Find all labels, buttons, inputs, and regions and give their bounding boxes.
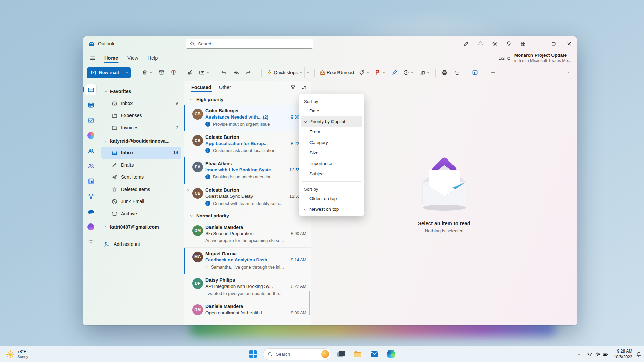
message-list-header: FocusedOther bbox=[184, 81, 311, 94]
close-button[interactable] bbox=[561, 36, 577, 51]
sort-option-oldest-on-top[interactable]: Oldest on top bbox=[301, 193, 362, 204]
todo-rail-button[interactable] bbox=[85, 115, 96, 126]
loop-rail-button[interactable] bbox=[85, 221, 96, 232]
folder-junk-email[interactable]: Junk Email bbox=[101, 195, 181, 208]
calendar-rail-button[interactable] bbox=[85, 100, 96, 110]
scrollbar-thumb[interactable] bbox=[309, 291, 310, 315]
report-shield-button[interactable] bbox=[168, 67, 183, 78]
check-icon bbox=[302, 207, 309, 211]
more-apps-rail-button[interactable] bbox=[85, 237, 96, 248]
taskbar-search[interactable]: Search bbox=[263, 348, 331, 360]
maximize-button[interactable] bbox=[546, 36, 561, 51]
group-header-high-priority[interactable]: High priority bbox=[184, 94, 311, 105]
email-sender: Celeste Burton bbox=[205, 134, 239, 140]
weather-temp: 78°F bbox=[17, 349, 28, 355]
email-row-miguel-garcia[interactable]: MGMiguel GarciaFeedback on Analytics Das… bbox=[184, 248, 311, 274]
copilot-rail-button[interactable] bbox=[85, 130, 96, 141]
folder-expenses[interactable]: Expenses bbox=[101, 109, 181, 122]
move-folder-button[interactable] bbox=[197, 67, 212, 78]
new-mail-button[interactable]: New mail bbox=[87, 67, 131, 78]
add-account-button[interactable]: Add account bbox=[101, 238, 181, 250]
tray-expand-chevron-icon[interactable] bbox=[576, 352, 582, 357]
trash-button[interactable] bbox=[140, 67, 155, 78]
outlook-taskbar-button[interactable] bbox=[368, 347, 381, 361]
meeting-reminder[interactable]: 1/2 Monarch Project Update in 5 min Micr… bbox=[499, 52, 571, 64]
sort-option-subject[interactable]: Subject bbox=[301, 169, 362, 179]
file-explorer-button[interactable] bbox=[351, 347, 365, 361]
sweep-broom-button[interactable] bbox=[184, 67, 196, 78]
teams-rail-button[interactable] bbox=[85, 161, 96, 171]
onenote-rail-icon bbox=[88, 178, 94, 185]
tips-lightbulb-button[interactable] bbox=[502, 36, 516, 51]
email-row-celeste-burton[interactable]: CBCeleste BurtonGuest Data Sync Delay12:… bbox=[184, 184, 311, 210]
expand-conversation-chevron-icon[interactable] bbox=[186, 109, 190, 113]
email-row-daisy-philips[interactable]: DPDaisy PhilipsAPI Integration with Book… bbox=[184, 274, 311, 300]
forward-button[interactable] bbox=[243, 67, 258, 78]
sort-option-priority-by-copilot[interactable]: Priority by Copilot bbox=[301, 116, 362, 127]
minimize-button[interactable] bbox=[530, 36, 546, 51]
clock[interactable]: 9:28 AM 10/6/2023 bbox=[613, 348, 632, 360]
email-row-daniela-mandera[interactable]: DMDaniela ManderaOpen enrollment for hea… bbox=[184, 300, 311, 325]
hamburger-menu-button[interactable] bbox=[86, 52, 99, 63]
tab-help[interactable]: Help bbox=[143, 52, 162, 63]
onedrive-rail-button[interactable] bbox=[85, 206, 96, 217]
folder-sent-items[interactable]: Sent Items bbox=[101, 171, 181, 183]
start-button[interactable] bbox=[246, 347, 260, 361]
people-rail-button[interactable] bbox=[85, 145, 96, 156]
compose-button[interactable] bbox=[459, 36, 473, 51]
onenote-rail-button[interactable] bbox=[85, 176, 96, 187]
tab-home[interactable]: Home bbox=[100, 52, 122, 63]
sort-option-newest-on-top[interactable]: Newest on top bbox=[301, 204, 362, 214]
tab-view[interactable]: View bbox=[123, 52, 142, 63]
settings-gear-button[interactable] bbox=[487, 36, 502, 51]
folder-archive[interactable]: Archive bbox=[101, 208, 181, 220]
sort-option-category[interactable]: Category bbox=[301, 137, 362, 148]
email-row-daniela-mandera[interactable]: DMDaniela ManderaSki Season Preparation8… bbox=[184, 221, 311, 248]
folder-inbox[interactable]: Inbox14 bbox=[101, 147, 181, 159]
expand-conversation-chevron-icon[interactable] bbox=[186, 188, 190, 192]
email-row-celeste-burton[interactable]: CBCeleste BurtonApp Localization for Eur… bbox=[184, 131, 311, 157]
sort-icon[interactable] bbox=[301, 85, 307, 90]
sort-option-size[interactable]: Size bbox=[301, 148, 362, 158]
folder-inbox[interactable]: Inbox9 bbox=[101, 97, 181, 109]
visio-rail-button[interactable] bbox=[85, 191, 96, 202]
email-row-colin-ballinger[interactable]: CBColin BallingerAssistance Needed with.… bbox=[184, 105, 311, 131]
list-tab-other[interactable]: Other bbox=[216, 83, 234, 92]
sort-option-date[interactable]: Date bbox=[301, 106, 362, 116]
folder-drafts[interactable]: Drafts bbox=[101, 159, 181, 171]
mail-rail-button[interactable] bbox=[85, 84, 96, 95]
notifications-bell-button[interactable] bbox=[473, 36, 487, 51]
notifications-bell-icon[interactable] bbox=[636, 352, 641, 357]
taskbar-weather-widget[interactable]: 78°F Sunny bbox=[3, 347, 31, 361]
account-section-favorites[interactable]: Favorites bbox=[101, 86, 181, 97]
list-tab-focused[interactable]: Focused bbox=[188, 83, 214, 92]
expand-conversation-chevron-icon[interactable] bbox=[186, 162, 190, 166]
email-preview: As we prepare for the upcoming ski se... bbox=[205, 238, 284, 243]
folder-deleted-items[interactable]: Deleted Items bbox=[101, 183, 181, 195]
unread-accent-bar bbox=[184, 105, 185, 131]
quick-steps-lightning-button-split[interactable] bbox=[304, 67, 311, 78]
expand-conversation-chevron-icon[interactable] bbox=[186, 252, 190, 256]
email-row-elvia-atkins[interactable]: EAElvia AtkinsIssue with Live Booking Sy… bbox=[184, 157, 311, 184]
reply-all-button[interactable] bbox=[231, 67, 242, 78]
account-section-katri0487-gmail-com[interactable]: katri0487@gmail.com bbox=[101, 221, 181, 233]
group-header-normal-priority[interactable]: Normal priority bbox=[184, 210, 311, 221]
archive-button[interactable] bbox=[156, 67, 167, 78]
app-search-box[interactable]: Search bbox=[186, 39, 313, 49]
sort-option-from[interactable]: From bbox=[301, 127, 362, 137]
tray-status-icons[interactable] bbox=[585, 349, 610, 359]
edge-taskbar-button[interactable] bbox=[384, 347, 398, 361]
account-section-katyreid-boulderinnova[interactable]: katyreid@boulderinnova... bbox=[101, 135, 181, 147]
reply-button[interactable] bbox=[218, 67, 230, 78]
filter-icon[interactable] bbox=[290, 85, 296, 90]
folder-invoices[interactable]: Invoices2 bbox=[101, 122, 181, 134]
task-view-button[interactable] bbox=[335, 347, 348, 361]
email-time: 6:22 AM bbox=[291, 283, 306, 290]
email-subject: Guest Data Sync Delay bbox=[205, 193, 287, 199]
new-mail-dropdown[interactable] bbox=[123, 67, 131, 78]
avatar: DP bbox=[192, 278, 203, 289]
sort-option-importance[interactable]: Importance bbox=[301, 158, 362, 169]
apps-grid-button[interactable] bbox=[516, 36, 530, 51]
quick-steps-lightning-button[interactable]: Quick steps bbox=[265, 67, 305, 78]
apps-grid-icon bbox=[520, 41, 526, 47]
